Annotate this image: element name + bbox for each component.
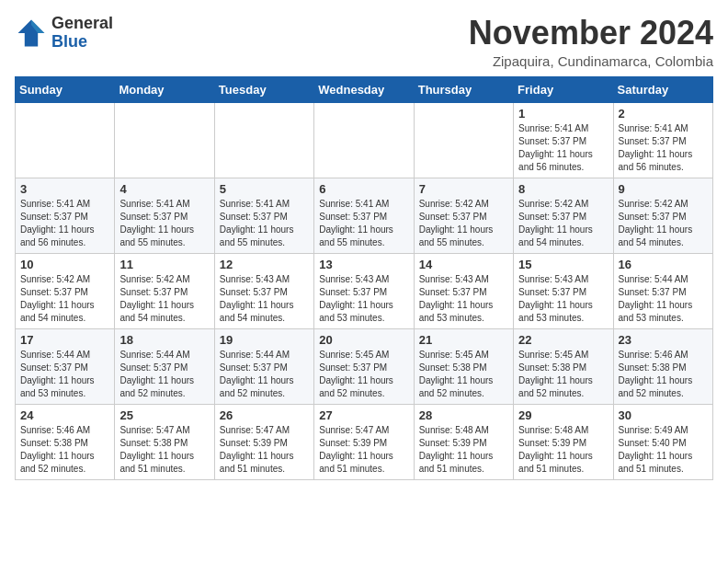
day-info: Sunrise: 5:42 AM Sunset: 5:37 PM Dayligh…	[20, 273, 109, 325]
day-info: Sunrise: 5:47 AM Sunset: 5:39 PM Dayligh…	[220, 424, 309, 476]
weekday-header-monday: Monday	[115, 76, 214, 102]
day-number: 9	[619, 182, 708, 196]
calendar-cell: 23Sunrise: 5:46 AM Sunset: 5:38 PM Dayli…	[613, 328, 712, 404]
day-number: 18	[119, 333, 209, 347]
day-info: Sunrise: 5:43 AM Sunset: 5:37 PM Dayligh…	[518, 273, 608, 325]
weekday-header-saturday: Saturday	[613, 76, 712, 102]
calendar-cell: 30Sunrise: 5:49 AM Sunset: 5:40 PM Dayli…	[613, 404, 712, 479]
day-info: Sunrise: 5:43 AM Sunset: 5:37 PM Dayligh…	[419, 273, 508, 325]
day-info: Sunrise: 5:41 AM Sunset: 5:37 PM Dayligh…	[220, 198, 309, 249]
day-number: 1	[518, 107, 608, 121]
day-number: 14	[419, 258, 508, 271]
day-number: 25	[119, 408, 209, 422]
day-info: Sunrise: 5:45 AM Sunset: 5:38 PM Dayligh…	[419, 349, 508, 400]
day-info: Sunrise: 5:45 AM Sunset: 5:37 PM Dayligh…	[319, 349, 408, 400]
calendar-cell	[414, 102, 513, 178]
day-info: Sunrise: 5:46 AM Sunset: 5:38 PM Dayligh…	[619, 349, 708, 400]
day-number: 28	[419, 408, 508, 422]
weekday-header-thursday: Thursday	[414, 76, 513, 102]
weekday-header-friday: Friday	[514, 76, 613, 102]
day-number: 11	[119, 258, 209, 271]
day-number: 26	[220, 408, 309, 422]
calendar-table: SundayMondayTuesdayWednesdayThursdayFrid…	[15, 76, 713, 480]
weekday-header-sunday: Sunday	[16, 76, 115, 102]
calendar-cell: 5Sunrise: 5:41 AM Sunset: 5:37 PM Daylig…	[214, 178, 313, 253]
calendar-cell: 18Sunrise: 5:44 AM Sunset: 5:37 PM Dayli…	[115, 328, 214, 404]
title-block: November 2024 Zipaquira, Cundinamarca, C…	[469, 15, 713, 69]
calendar-cell	[115, 102, 214, 178]
weekday-header-wednesday: Wednesday	[314, 76, 414, 102]
day-info: Sunrise: 5:41 AM Sunset: 5:37 PM Dayligh…	[20, 198, 109, 249]
calendar-cell	[16, 102, 115, 178]
calendar-cell: 1Sunrise: 5:41 AM Sunset: 5:37 PM Daylig…	[514, 102, 613, 178]
day-number: 3	[20, 182, 109, 196]
calendar-cell: 28Sunrise: 5:48 AM Sunset: 5:39 PM Dayli…	[414, 404, 513, 479]
day-number: 15	[518, 258, 608, 271]
calendar-cell: 22Sunrise: 5:45 AM Sunset: 5:38 PM Dayli…	[514, 328, 613, 404]
day-info: Sunrise: 5:41 AM Sunset: 5:37 PM Dayligh…	[319, 198, 408, 249]
day-number: 13	[319, 258, 408, 271]
day-number: 22	[518, 333, 608, 347]
day-number: 30	[619, 408, 708, 422]
calendar-cell: 11Sunrise: 5:42 AM Sunset: 5:37 PM Dayli…	[115, 253, 214, 328]
calendar-week-row: 10Sunrise: 5:42 AM Sunset: 5:37 PM Dayli…	[16, 253, 713, 328]
day-info: Sunrise: 5:44 AM Sunset: 5:37 PM Dayligh…	[20, 349, 109, 400]
calendar-cell: 26Sunrise: 5:47 AM Sunset: 5:39 PM Dayli…	[214, 404, 313, 479]
calendar-cell: 2Sunrise: 5:41 AM Sunset: 5:37 PM Daylig…	[613, 102, 712, 178]
calendar-cell: 24Sunrise: 5:46 AM Sunset: 5:38 PM Dayli…	[16, 404, 115, 479]
day-number: 20	[319, 333, 408, 347]
day-info: Sunrise: 5:49 AM Sunset: 5:40 PM Dayligh…	[619, 424, 708, 476]
calendar-cell	[214, 102, 313, 178]
day-number: 12	[220, 258, 309, 271]
calendar-cell: 9Sunrise: 5:42 AM Sunset: 5:37 PM Daylig…	[613, 178, 712, 253]
weekday-header-row: SundayMondayTuesdayWednesdayThursdayFrid…	[16, 76, 713, 102]
calendar-cell: 16Sunrise: 5:44 AM Sunset: 5:37 PM Dayli…	[613, 253, 712, 328]
day-info: Sunrise: 5:42 AM Sunset: 5:37 PM Dayligh…	[419, 198, 508, 249]
day-number: 24	[20, 408, 109, 422]
calendar-cell: 25Sunrise: 5:47 AM Sunset: 5:38 PM Dayli…	[115, 404, 214, 479]
calendar-cell: 4Sunrise: 5:41 AM Sunset: 5:37 PM Daylig…	[115, 178, 214, 253]
weekday-header-tuesday: Tuesday	[214, 76, 313, 102]
day-number: 17	[20, 333, 109, 347]
day-info: Sunrise: 5:44 AM Sunset: 5:37 PM Dayligh…	[619, 273, 708, 325]
calendar-cell: 10Sunrise: 5:42 AM Sunset: 5:37 PM Dayli…	[16, 253, 115, 328]
calendar-cell: 7Sunrise: 5:42 AM Sunset: 5:37 PM Daylig…	[414, 178, 513, 253]
calendar-cell: 12Sunrise: 5:43 AM Sunset: 5:37 PM Dayli…	[214, 253, 313, 328]
day-number: 29	[518, 408, 608, 422]
location-subtitle: Zipaquira, Cundinamarca, Colombia	[469, 53, 713, 69]
calendar-cell: 29Sunrise: 5:48 AM Sunset: 5:39 PM Dayli…	[514, 404, 613, 479]
day-info: Sunrise: 5:41 AM Sunset: 5:37 PM Dayligh…	[518, 122, 608, 174]
day-info: Sunrise: 5:42 AM Sunset: 5:37 PM Dayligh…	[619, 198, 708, 249]
day-number: 4	[119, 182, 209, 196]
logo-icon	[15, 17, 48, 50]
day-info: Sunrise: 5:45 AM Sunset: 5:38 PM Dayligh…	[518, 349, 608, 400]
calendar-week-row: 1Sunrise: 5:41 AM Sunset: 5:37 PM Daylig…	[16, 102, 713, 178]
day-info: Sunrise: 5:42 AM Sunset: 5:37 PM Dayligh…	[119, 273, 209, 325]
day-number: 23	[619, 333, 708, 347]
day-number: 6	[319, 182, 408, 196]
logo: General Blue	[15, 15, 113, 52]
calendar-week-row: 17Sunrise: 5:44 AM Sunset: 5:37 PM Dayli…	[16, 328, 713, 404]
logo-blue-text: Blue	[51, 32, 87, 51]
day-info: Sunrise: 5:48 AM Sunset: 5:39 PM Dayligh…	[518, 424, 608, 476]
day-number: 27	[319, 408, 408, 422]
day-info: Sunrise: 5:43 AM Sunset: 5:37 PM Dayligh…	[319, 273, 408, 325]
day-info: Sunrise: 5:44 AM Sunset: 5:37 PM Dayligh…	[220, 349, 309, 400]
calendar-week-row: 3Sunrise: 5:41 AM Sunset: 5:37 PM Daylig…	[16, 178, 713, 253]
calendar-cell: 15Sunrise: 5:43 AM Sunset: 5:37 PM Dayli…	[514, 253, 613, 328]
day-number: 10	[20, 258, 109, 271]
day-info: Sunrise: 5:43 AM Sunset: 5:37 PM Dayligh…	[220, 273, 309, 325]
calendar-cell: 13Sunrise: 5:43 AM Sunset: 5:37 PM Dayli…	[314, 253, 414, 328]
day-info: Sunrise: 5:47 AM Sunset: 5:39 PM Dayligh…	[319, 424, 408, 476]
calendar-cell: 8Sunrise: 5:42 AM Sunset: 5:37 PM Daylig…	[514, 178, 613, 253]
day-info: Sunrise: 5:42 AM Sunset: 5:37 PM Dayligh…	[518, 198, 608, 249]
calendar-cell	[314, 102, 414, 178]
calendar-cell: 27Sunrise: 5:47 AM Sunset: 5:39 PM Dayli…	[314, 404, 414, 479]
month-title: November 2024	[469, 15, 713, 52]
day-info: Sunrise: 5:44 AM Sunset: 5:37 PM Dayligh…	[119, 349, 209, 400]
day-info: Sunrise: 5:48 AM Sunset: 5:39 PM Dayligh…	[419, 424, 508, 476]
calendar-cell: 20Sunrise: 5:45 AM Sunset: 5:37 PM Dayli…	[314, 328, 414, 404]
day-info: Sunrise: 5:47 AM Sunset: 5:38 PM Dayligh…	[119, 424, 209, 476]
day-info: Sunrise: 5:46 AM Sunset: 5:38 PM Dayligh…	[20, 424, 109, 476]
calendar-cell: 3Sunrise: 5:41 AM Sunset: 5:37 PM Daylig…	[16, 178, 115, 253]
